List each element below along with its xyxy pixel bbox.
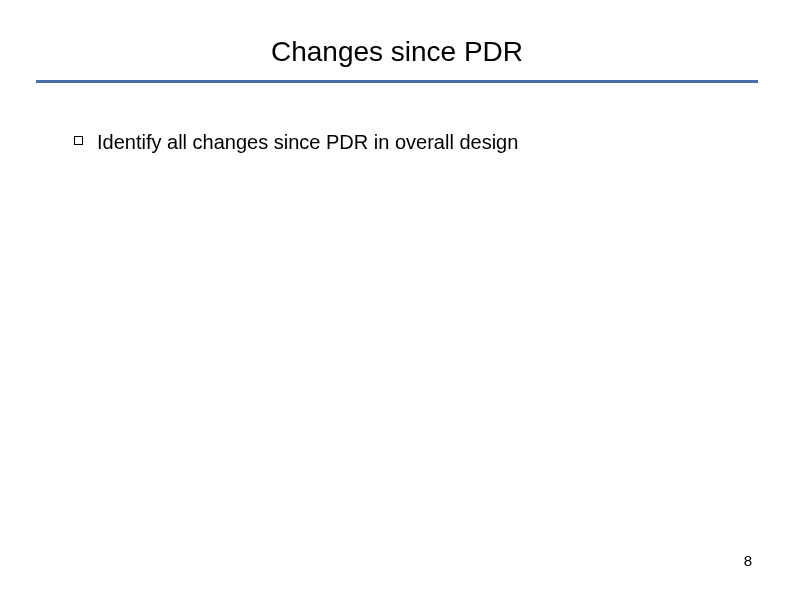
title-divider — [36, 80, 758, 83]
square-bullet-icon — [74, 136, 83, 145]
slide: Changes since PDR Identify all changes s… — [0, 0, 794, 595]
slide-title: Changes since PDR — [0, 36, 794, 68]
list-item: Identify all changes since PDR in overal… — [74, 130, 754, 155]
page-number: 8 — [744, 552, 752, 569]
slide-body: Identify all changes since PDR in overal… — [74, 130, 754, 155]
bullet-text: Identify all changes since PDR in overal… — [97, 130, 518, 155]
